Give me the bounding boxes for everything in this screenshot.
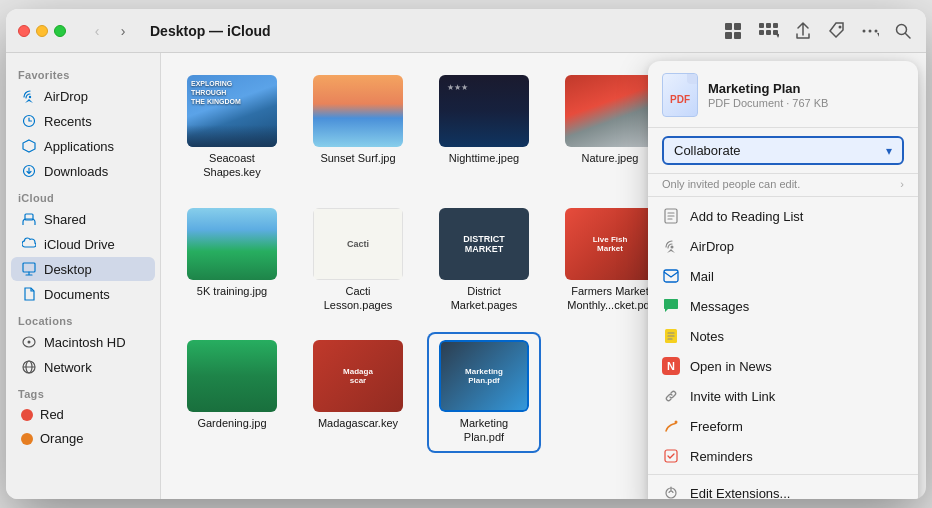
farmers-thumb: Live FishMarket <box>565 208 655 280</box>
sidebar-item-tag-orange[interactable]: Orange <box>11 427 155 450</box>
sidebar-item-network[interactable]: Network <box>11 355 155 379</box>
more-button[interactable]: ▾ <box>858 20 882 42</box>
tag-button[interactable] <box>824 19 848 43</box>
red-tag-dot <box>21 409 33 421</box>
favorites-label: Favorites <box>6 61 160 83</box>
forward-button[interactable]: › <box>112 20 134 42</box>
sidebar-item-recents[interactable]: Recents <box>11 109 155 133</box>
share-button[interactable] <box>792 19 814 43</box>
popover-header: PDF Marketing Plan PDF Document · 767 KB <box>648 61 918 128</box>
sidebar-item-macintosh-hd[interactable]: Macintosh HD <box>11 330 155 354</box>
menu-item-mail[interactable]: Mail <box>648 261 918 291</box>
file-item-seacoast[interactable]: EXPLORINGTHROUGHTHE KINGDOM SeacoastShap… <box>177 69 287 186</box>
district-thumb: DISTRICTMARKET <box>439 208 529 280</box>
sidebar-item-documents[interactable]: Documents <box>11 282 155 306</box>
sunset-thumb <box>313 75 403 147</box>
menu-item-reading-list[interactable]: Add to Reading List <box>648 201 918 231</box>
file-item-gardening[interactable]: Gardening.jpg <box>177 334 287 451</box>
file-item-5k[interactable]: 5K training.jpg <box>177 202 287 319</box>
file-item-nighttime[interactable]: Nighttime.jpeg <box>429 69 539 186</box>
menu-item-invite-link[interactable]: Invite with Link <box>648 381 918 411</box>
file-item-marketing[interactable]: MarketingPlan.pdf MarketingPlan.pdf <box>429 334 539 451</box>
gardening-label: Gardening.jpg <box>197 416 266 430</box>
sidebar-item-tag-red[interactable]: Red <box>11 403 155 426</box>
menu-item-reminders[interactable]: Reminders <box>648 441 918 471</box>
airdrop-icon <box>21 88 37 104</box>
edit-extensions-item[interactable]: Edit Extensions... <box>648 478 918 499</box>
svg-point-12 <box>863 29 866 32</box>
invite-link-icon <box>662 387 680 405</box>
sidebar-item-downloads[interactable]: Downloads <box>11 159 155 183</box>
svg-line-17 <box>906 33 911 38</box>
freeform-label: Freeform <box>690 419 743 434</box>
sidebar-item-airdrop[interactable]: AirDrop <box>11 84 155 108</box>
svg-text:▾: ▾ <box>776 31 779 39</box>
recents-icon <box>21 113 37 129</box>
messages-label: Messages <box>690 299 749 314</box>
svg-rect-7 <box>759 30 764 35</box>
downloads-icon <box>21 163 37 179</box>
close-button[interactable] <box>18 25 30 37</box>
search-button[interactable] <box>892 20 914 42</box>
sidebar-network-label: Network <box>44 360 92 375</box>
tags-label: Tags <box>6 380 160 402</box>
icloud-drive-icon <box>21 236 37 252</box>
sidebar-shared-label: Shared <box>44 212 86 227</box>
popover-menu: Add to Reading List AirDrop <box>648 197 918 499</box>
madagascar-label: Madagascar.key <box>318 416 398 430</box>
5k-thumb <box>187 208 277 280</box>
sidebar-item-applications[interactable]: Applications <box>11 134 155 158</box>
mail-icon <box>662 267 680 285</box>
svg-rect-22 <box>23 263 35 272</box>
file-item-cacti[interactable]: Cacti CactiLesson.pages <box>303 202 413 319</box>
file-item-madagascar[interactable]: Madagascar Madagascar.key <box>303 334 413 451</box>
sidebar-item-desktop[interactable]: Desktop <box>11 257 155 281</box>
locations-label: Locations <box>6 307 160 329</box>
sidebar-item-icloud-drive[interactable]: iCloud Drive <box>11 232 155 256</box>
menu-item-news[interactable]: N Open in News <box>648 351 918 381</box>
menu-item-airdrop[interactable]: AirDrop <box>648 231 918 261</box>
svg-point-32 <box>675 421 678 424</box>
svg-point-24 <box>28 341 31 344</box>
finder-window: ‹ › Desktop — iCloud <box>6 9 926 499</box>
icloud-label: iCloud <box>6 184 160 206</box>
sidebar-item-shared[interactable]: Shared <box>11 207 155 231</box>
news-label: Open in News <box>690 359 772 374</box>
edit-extensions-label: Edit Extensions... <box>690 486 790 500</box>
invite-link-label: Invite with Link <box>690 389 775 404</box>
collaborate-dropdown[interactable]: Collaborate ▾ <box>662 136 904 165</box>
svg-rect-4 <box>759 23 764 28</box>
svg-point-29 <box>671 246 674 249</box>
menu-item-freeform[interactable]: Freeform <box>648 411 918 441</box>
menu-item-messages[interactable]: Messages <box>648 291 918 321</box>
popover-collaborate-section: Collaborate ▾ <box>648 128 918 174</box>
maximize-button[interactable] <box>54 25 66 37</box>
svg-rect-3 <box>734 32 741 39</box>
file-item-district[interactable]: DISTRICTMARKET DistrictMarket.pages <box>429 202 539 319</box>
cacti-label: CactiLesson.pages <box>324 284 393 313</box>
svg-rect-8 <box>766 30 771 35</box>
svg-point-18 <box>29 96 31 98</box>
minimize-button[interactable] <box>36 25 48 37</box>
applications-icon <box>21 138 37 154</box>
popover-file-meta: PDF Document · 767 KB <box>708 97 904 109</box>
view-toggle-button[interactable] <box>722 20 746 42</box>
sidebar-macintosh-label: Macintosh HD <box>44 335 126 350</box>
sidebar-orange-label: Orange <box>40 431 83 446</box>
back-button[interactable]: ‹ <box>86 20 108 42</box>
sidebar-downloads-label: Downloads <box>44 164 108 179</box>
sidebar-recents-label: Recents <box>44 114 92 129</box>
svg-rect-5 <box>766 23 771 28</box>
sidebar-icloud-label: iCloud Drive <box>44 237 115 252</box>
sort-button[interactable]: ▾ <box>756 20 782 42</box>
file-item-sunset[interactable]: Sunset Surf.jpg <box>303 69 413 186</box>
traffic-lights <box>18 25 66 37</box>
svg-rect-33 <box>665 450 677 462</box>
popover-chevron-right: › <box>900 178 904 190</box>
reading-list-label: Add to Reading List <box>690 209 803 224</box>
menu-item-notes[interactable]: Notes <box>648 321 918 351</box>
reading-list-icon <box>662 207 680 225</box>
airdrop-share-icon <box>662 237 680 255</box>
sidebar-red-label: Red <box>40 407 64 422</box>
seacoast-thumb: EXPLORINGTHROUGHTHE KINGDOM <box>187 75 277 147</box>
